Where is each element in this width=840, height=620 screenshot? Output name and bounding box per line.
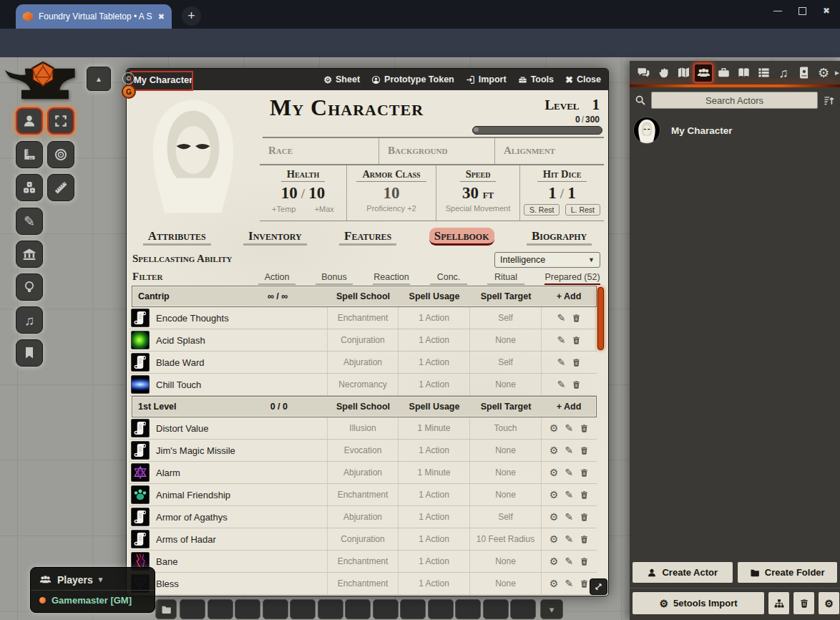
macro-slot[interactable] xyxy=(455,599,481,619)
tool-target-template[interactable] xyxy=(47,141,74,168)
collapse-controls-button[interactable]: ▲ xyxy=(87,67,111,91)
race-field[interactable]: Race xyxy=(260,138,379,164)
spell-icon-scroll[interactable] xyxy=(131,530,150,548)
hp-value[interactable]: 10/10 xyxy=(260,184,346,202)
tool-lighting[interactable] xyxy=(16,273,43,301)
tab-items[interactable] xyxy=(713,63,733,83)
tab-settings[interactable]: ⚙ xyxy=(814,63,834,83)
spell-icon-chill-touch[interactable] xyxy=(131,375,150,394)
edit-spell-icon[interactable]: ✎ xyxy=(565,556,573,566)
create-actor-button[interactable]: Create Actor xyxy=(632,561,733,583)
short-rest-button[interactable]: S. Rest xyxy=(524,204,560,215)
xp-display[interactable]: 0/300 xyxy=(575,115,600,125)
edit-spell-icon[interactable]: ✎ xyxy=(557,379,566,389)
edit-spell-icon[interactable]: ✎ xyxy=(557,357,566,367)
filter-ritual[interactable]: Ritual xyxy=(487,272,524,285)
edit-spell-icon[interactable]: ✎ xyxy=(565,578,573,588)
edit-spell-icon[interactable]: ✎ xyxy=(565,445,573,455)
spell-row[interactable]: Animal Friendship Enchantment 1 Action N… xyxy=(130,484,597,506)
prepare-spell-icon[interactable]: ⚙ xyxy=(550,445,559,455)
actor-name[interactable]: My Character xyxy=(671,125,733,136)
spell-row[interactable]: Jim's Magic Missile Evocation 1 Action N… xyxy=(130,440,597,462)
spell-name[interactable]: Blade Ward xyxy=(156,357,204,368)
edit-spell-icon[interactable]: ✎ xyxy=(557,313,566,323)
sheet-config-button[interactable]: ⚙Sheet xyxy=(323,74,360,84)
create-folder-button[interactable]: Create Folder xyxy=(737,561,839,583)
hotbar-page-button[interactable]: ▾ xyxy=(540,599,563,619)
sort-folders-icon[interactable] xyxy=(823,95,835,107)
spell-row[interactable]: Alarm Abjuration 1 Minute None ⚙✎ xyxy=(130,462,597,484)
alignment-field[interactable]: Alignment xyxy=(494,138,604,164)
folder-tree-button[interactable] xyxy=(768,591,790,615)
tool-measure[interactable] xyxy=(16,141,43,168)
macro-slot[interactable] xyxy=(373,599,399,619)
spell-icon-scroll[interactable] xyxy=(131,309,150,327)
prepare-spell-icon[interactable]: ⚙ xyxy=(550,512,559,522)
macro-slot[interactable] xyxy=(345,599,371,619)
spell-name[interactable]: Encode Thoughts xyxy=(156,313,229,324)
window-maximize-button[interactable] xyxy=(791,3,813,19)
tab-biography[interactable]: Biography xyxy=(527,228,592,246)
spell-name[interactable]: Acid Splash xyxy=(156,335,205,346)
delete-spell-icon[interactable] xyxy=(580,579,589,588)
prepare-spell-icon[interactable]: ⚙ xyxy=(550,556,559,566)
tab-playlists[interactable]: ♫ xyxy=(773,63,793,83)
macro-slot[interactable] xyxy=(428,599,454,619)
spell-row[interactable]: Arms of Hadar Conjuration 1 Action 10 Fe… xyxy=(130,528,597,551)
filter-bonus[interactable]: Bonus xyxy=(316,272,353,285)
spell-row[interactable]: Chill Touch Necromancy 1 Action None ✎ xyxy=(130,374,597,396)
spell-row[interactable]: Acid Splash Conjuration 1 Action None ✎ xyxy=(130,329,597,352)
spell-list-scrollbar[interactable] xyxy=(597,287,604,350)
spell-name[interactable]: Distort Value xyxy=(156,423,208,434)
edit-spell-icon[interactable]: ✎ xyxy=(557,335,566,345)
spell-icon-alarm[interactable] xyxy=(131,463,150,482)
temp-hp[interactable]: +Temp xyxy=(272,205,296,213)
tool-notes[interactable] xyxy=(16,339,43,367)
ability-select[interactable]: Intelligence ▼ xyxy=(494,252,600,268)
spell-icon-scroll[interactable] xyxy=(131,508,150,526)
window-minimize-button[interactable]: — xyxy=(767,3,788,19)
delete-spell-icon[interactable] xyxy=(572,314,581,323)
spell-icon-acid-splash[interactable] xyxy=(131,331,150,349)
filter-action[interactable]: Action xyxy=(258,272,296,285)
macro-slot[interactable] xyxy=(235,599,260,619)
max-hp-mod[interactable]: +Max xyxy=(315,205,334,213)
delete-spell-icon[interactable] xyxy=(580,535,589,544)
tab-scenes[interactable] xyxy=(673,63,693,83)
special-movement[interactable]: Special Movement xyxy=(436,204,519,213)
spell-icon-scroll[interactable] xyxy=(131,441,150,460)
window-close-button[interactable]: ✖ xyxy=(816,3,837,19)
players-panel[interactable]: Players ▾ Gamemaster [GM] xyxy=(30,567,155,613)
spell-row[interactable]: Bless Enchantment 1 Action None ⚙✎ xyxy=(130,573,597,595)
import-button[interactable]: Import xyxy=(466,74,507,84)
tab-actors[interactable] xyxy=(693,63,713,83)
tab-chat[interactable] xyxy=(633,63,653,83)
speed-value[interactable]: 30 ft xyxy=(436,184,519,202)
spell-name[interactable]: Jim's Magic Missile xyxy=(156,445,235,456)
long-rest-button[interactable]: L. Rest xyxy=(565,204,600,215)
new-tab-button[interactable]: + xyxy=(182,6,201,26)
spell-name[interactable]: Armor of Agathys xyxy=(156,512,228,523)
edit-spell-icon[interactable]: ✎ xyxy=(565,468,573,478)
spell-name[interactable]: Bless xyxy=(156,578,179,589)
tool-ruler[interactable] xyxy=(47,174,74,201)
tools-button[interactable]: Tools xyxy=(518,74,554,84)
spell-row[interactable]: Blade Ward Abjuration 1 Action Self ✎ xyxy=(130,352,597,374)
macro-slot[interactable] xyxy=(263,599,288,619)
macro-slot[interactable] xyxy=(290,599,316,619)
tab-journal[interactable] xyxy=(733,63,753,83)
spell-name[interactable]: Bane xyxy=(156,556,177,567)
delete-all-button[interactable] xyxy=(793,591,815,615)
section-slots[interactable]: 0 / 0 xyxy=(270,402,288,412)
game-canvas[interactable]: ▲ ✎ ♫ ▾ My Character © G ⚙Sheet Prototyp… xyxy=(0,57,840,620)
delete-spell-icon[interactable] xyxy=(572,336,581,345)
add-spell-button[interactable]: + Add xyxy=(542,402,596,412)
tool-tiles[interactable] xyxy=(16,241,43,268)
delete-spell-icon[interactable] xyxy=(580,557,589,566)
prepare-spell-icon[interactable]: ⚙ xyxy=(550,578,559,588)
tab-spellbook[interactable]: Spellbook xyxy=(429,228,494,246)
tool-token-layer[interactable] xyxy=(16,107,43,135)
edit-spell-icon[interactable]: ✎ xyxy=(565,490,573,500)
prepare-spell-icon[interactable]: ⚙ xyxy=(550,468,559,478)
window-titlebar[interactable]: My Character © G ⚙Sheet Prototype Token … xyxy=(127,69,608,90)
